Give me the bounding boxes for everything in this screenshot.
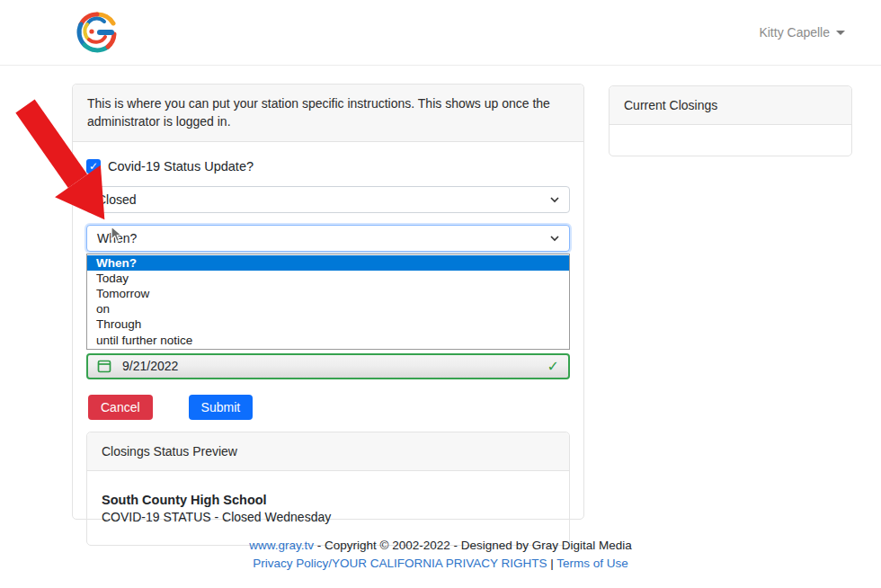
when-option[interactable]: Today: [87, 271, 569, 286]
current-closings-title: Current Closings: [610, 86, 851, 125]
when-option[interactable]: Through: [87, 316, 569, 332]
gray-tv-link[interactable]: www.gray.tv: [249, 539, 314, 552]
top-navbar: Kitty Capelle: [0, 0, 881, 66]
footer-legal-line: Privacy Policy/YOUR CALIFORNIA PRIVACY R…: [0, 555, 881, 573]
cancel-button[interactable]: Cancel: [88, 395, 153, 420]
form-actions: Cancel Submit: [88, 395, 570, 420]
closings-status-preview-card: Closings Status Preview South County Hig…: [86, 432, 570, 546]
footer-separator: |: [547, 557, 557, 570]
submit-button[interactable]: Submit: [189, 395, 254, 420]
user-account-menu[interactable]: Kitty Capelle: [759, 25, 845, 40]
chevron-down-icon: [550, 195, 559, 204]
date-input[interactable]: 9/21/2022 ✓: [86, 353, 570, 379]
status-select[interactable]: Closed: [86, 186, 570, 213]
gray-tv-logo[interactable]: [74, 9, 120, 56]
calendar-icon: [97, 359, 111, 373]
preview-entry-status: COVID-19 STATUS - Closed Wednesday: [102, 509, 555, 527]
when-option[interactable]: until further notice: [87, 333, 569, 348]
page-footer: www.gray.tv - Copyright © 2002-2022 - De…: [0, 537, 881, 572]
chevron-down-icon: [550, 234, 559, 243]
preview-entry: South County High School COVID-19 STATUS…: [87, 471, 569, 545]
chevron-down-icon: [836, 31, 845, 35]
covid-status-checkbox[interactable]: ✓: [86, 159, 101, 174]
station-instructions: This is where you can put your station s…: [73, 85, 583, 142]
date-value: 9/21/2022: [122, 359, 178, 373]
preview-title: Closings Status Preview: [87, 432, 569, 471]
when-select[interactable]: When?: [86, 225, 570, 252]
terms-of-use-link[interactable]: Terms of Use: [556, 557, 628, 570]
current-closings-list: [610, 125, 851, 156]
covid-status-checkbox-row[interactable]: ✓ Covid-19 Status Update?: [86, 159, 570, 174]
covid-status-checkbox-label: Covid-19 Status Update?: [108, 159, 254, 174]
closing-form: ✓ Covid-19 Status Update? Closed When? W…: [73, 142, 583, 559]
current-closings-card: Current Closings: [609, 85, 852, 156]
when-select-dropdown: When? Today Tomorrow on Through until fu…: [86, 254, 570, 350]
when-option[interactable]: Tomorrow: [87, 286, 569, 301]
station-admin-card: This is where you can put your station s…: [72, 84, 584, 520]
status-select-value: Closed: [97, 192, 137, 207]
when-select-value: When?: [97, 231, 137, 245]
copyright-text: - Copyright © 2002-2022 - Designed by Gr…: [314, 539, 632, 552]
privacy-policy-link[interactable]: Privacy Policy/YOUR CALIFORNIA PRIVACY R…: [253, 557, 547, 570]
footer-copyright-line: www.gray.tv - Copyright © 2002-2022 - De…: [0, 537, 881, 555]
valid-check-icon: ✓: [547, 358, 559, 375]
user-name: Kitty Capelle: [759, 25, 830, 40]
preview-entry-name: South County High School: [102, 491, 555, 509]
when-option[interactable]: on: [87, 301, 569, 316]
when-option[interactable]: When?: [87, 255, 569, 271]
